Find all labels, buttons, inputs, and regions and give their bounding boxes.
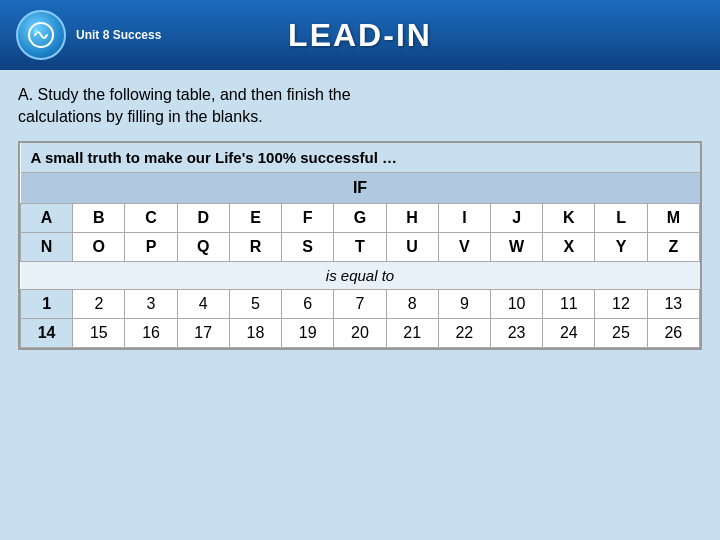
letter-cell: T bbox=[334, 232, 386, 261]
number-cell: 14 bbox=[21, 318, 73, 347]
letter-cell: R bbox=[229, 232, 281, 261]
logo-icon bbox=[16, 10, 66, 60]
number-cell: 17 bbox=[177, 318, 229, 347]
number-cell: 7 bbox=[334, 289, 386, 318]
number-cell: 6 bbox=[282, 289, 334, 318]
letter-cell: A bbox=[21, 203, 73, 232]
number-cell: 11 bbox=[543, 289, 595, 318]
letter-cell: N bbox=[21, 232, 73, 261]
letter-cell: I bbox=[438, 203, 490, 232]
unit-label: Unit 8 Success bbox=[76, 28, 161, 42]
svg-point-1 bbox=[34, 29, 38, 33]
letter-cell: P bbox=[125, 232, 177, 261]
letter-cell: B bbox=[73, 203, 125, 232]
number-cell: 26 bbox=[647, 318, 699, 347]
letters-row2: NOPQRSTUVWXYZ bbox=[21, 232, 700, 261]
numbers-row2: 14151617181920212223242526 bbox=[21, 318, 700, 347]
number-cell: 15 bbox=[73, 318, 125, 347]
letter-cell: C bbox=[125, 203, 177, 232]
number-cell: 25 bbox=[595, 318, 647, 347]
alphabet-table: A small truth to make our Life's 100% su… bbox=[20, 143, 700, 348]
letter-cell: D bbox=[177, 203, 229, 232]
table-title: A small truth to make our Life's 100% su… bbox=[21, 143, 700, 173]
number-cell: 24 bbox=[543, 318, 595, 347]
equals-row: is equal to bbox=[21, 261, 700, 289]
letter-cell: W bbox=[490, 232, 542, 261]
letter-cell: Q bbox=[177, 232, 229, 261]
number-cell: 8 bbox=[386, 289, 438, 318]
instruction-text: A. Study the following table, and then f… bbox=[18, 84, 702, 129]
letter-cell: U bbox=[386, 232, 438, 261]
number-cell: 20 bbox=[334, 318, 386, 347]
number-cell: 1 bbox=[21, 289, 73, 318]
letter-cell: V bbox=[438, 232, 490, 261]
letter-cell: S bbox=[282, 232, 334, 261]
number-cell: 13 bbox=[647, 289, 699, 318]
instruction-line1: A. Study the following table, and then f… bbox=[18, 86, 351, 103]
letter-cell: K bbox=[543, 203, 595, 232]
number-cell: 2 bbox=[73, 289, 125, 318]
instruction-line2: calculations by filling in the blanks. bbox=[18, 108, 263, 125]
equals-label: is equal to bbox=[21, 261, 700, 289]
letter-cell: O bbox=[73, 232, 125, 261]
letter-cell: M bbox=[647, 203, 699, 232]
number-cell: 23 bbox=[490, 318, 542, 347]
letter-cell: Z bbox=[647, 232, 699, 261]
number-cell: 9 bbox=[438, 289, 490, 318]
number-cell: 4 bbox=[177, 289, 229, 318]
if-row: IF bbox=[21, 172, 700, 203]
letter-cell: G bbox=[334, 203, 386, 232]
letter-cell: L bbox=[595, 203, 647, 232]
header-bar: Unit 8 Success LEAD-IN bbox=[0, 0, 720, 70]
number-cell: 21 bbox=[386, 318, 438, 347]
letter-cell: X bbox=[543, 232, 595, 261]
if-label: IF bbox=[21, 172, 700, 203]
number-cell: 19 bbox=[282, 318, 334, 347]
number-cell: 22 bbox=[438, 318, 490, 347]
number-cell: 16 bbox=[125, 318, 177, 347]
title-row: A small truth to make our Life's 100% su… bbox=[21, 143, 700, 173]
main-table-container: A small truth to make our Life's 100% su… bbox=[18, 141, 702, 350]
number-cell: 5 bbox=[229, 289, 281, 318]
page-title: LEAD-IN bbox=[288, 17, 432, 54]
numbers-row1: 12345678910111213 bbox=[21, 289, 700, 318]
number-cell: 12 bbox=[595, 289, 647, 318]
number-cell: 10 bbox=[490, 289, 542, 318]
letter-cell: Y bbox=[595, 232, 647, 261]
number-cell: 3 bbox=[125, 289, 177, 318]
letter-cell: J bbox=[490, 203, 542, 232]
content-area: A. Study the following table, and then f… bbox=[0, 70, 720, 364]
letter-cell: F bbox=[282, 203, 334, 232]
letter-cell: H bbox=[386, 203, 438, 232]
number-cell: 18 bbox=[229, 318, 281, 347]
letters-row1: ABCDEFGHIJKLM bbox=[21, 203, 700, 232]
letter-cell: E bbox=[229, 203, 281, 232]
